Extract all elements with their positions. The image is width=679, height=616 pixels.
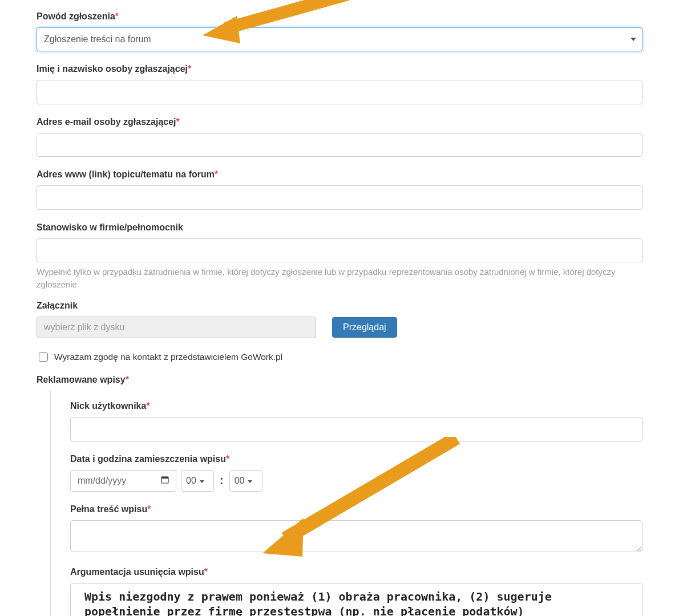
checkbox-consent[interactable] xyxy=(39,352,48,362)
input-name[interactable] xyxy=(37,80,642,104)
chevron-down-icon xyxy=(200,476,204,486)
chevron-down-icon xyxy=(248,476,252,486)
svg-rect-2 xyxy=(161,477,168,479)
label-attachment: Załącznik xyxy=(37,301,642,311)
time-colon: : xyxy=(220,474,224,487)
label-argument: Argumentacja usunięcia wpisu* xyxy=(70,567,642,577)
help-position: Wypełnić tylko w przypadku zatrudnienia … xyxy=(37,266,642,291)
select-minute[interactable]: 00 xyxy=(229,470,262,492)
select-hour[interactable]: 00 xyxy=(181,470,214,492)
label-reason: Powód zgłoszenia* xyxy=(37,11,642,22)
svg-rect-3 xyxy=(163,476,163,477)
textarea-argument[interactable] xyxy=(70,583,642,616)
svg-rect-4 xyxy=(167,476,167,477)
select-reason[interactable]: Zgłoszenie treści na forum xyxy=(37,27,642,51)
textarea-fulltext[interactable] xyxy=(70,520,642,552)
field-name: Imię i nazwisko osoby zgłaszającej* xyxy=(37,64,642,104)
label-position: Stanowisko w firmie/pełnomocnik xyxy=(37,222,642,233)
label-entries: Reklamowane wpisy* xyxy=(37,375,642,385)
label-url: Adres www (link) topicu/tematu na forum* xyxy=(37,169,642,180)
label-email: Adres e-mail osoby zgłaszającej* xyxy=(37,117,642,127)
label-name: Imię i nazwisko osoby zgłaszającej* xyxy=(37,64,642,74)
label-datetime: Data i godzina zamieszczenia wpisu* xyxy=(70,454,642,464)
label-nick: Nick użytkownika* xyxy=(70,401,642,411)
field-fulltext: Pełna treść wpisu* xyxy=(70,504,642,554)
field-reason: Powód zgłoszenia* Zgłoszenie treści na f… xyxy=(37,11,642,51)
consent-row: Wyrażam zgodę na kontakt z przedstawicie… xyxy=(37,351,642,363)
field-datetime: Data i godzina zamieszczenia wpisu* mm/d… xyxy=(70,454,642,492)
calendar-icon xyxy=(161,476,169,486)
label-consent: Wyrażam zgodę na kontakt z przedstawicie… xyxy=(54,352,282,362)
input-url[interactable] xyxy=(37,185,642,209)
section-entries: Reklamowane wpisy* Nick użytkownika* Dat… xyxy=(37,375,642,616)
input-date[interactable]: mm/dd/yyyy xyxy=(70,470,176,492)
entries-nested: Nick użytkownika* Data i godzina zamiesz… xyxy=(50,391,642,616)
input-position[interactable] xyxy=(37,238,642,262)
field-url: Adres www (link) topicu/tematu na forum* xyxy=(37,169,642,209)
label-fulltext: Pełna treść wpisu* xyxy=(70,504,642,514)
field-email: Adres e-mail osoby zgłaszającej* xyxy=(37,117,642,157)
browse-button[interactable]: Przeglądaj xyxy=(332,317,397,338)
field-nick: Nick użytkownika* xyxy=(70,401,642,441)
input-attachment-display[interactable]: wybierz plik z dysku xyxy=(37,317,316,338)
field-argument: Argumentacja usunięcia wpisu* xyxy=(70,567,642,616)
input-nick[interactable] xyxy=(70,417,642,441)
field-position: Stanowisko w firmie/pełnomocnik Wypełnić… xyxy=(37,222,642,291)
input-email[interactable] xyxy=(37,133,642,157)
field-attachment: Załącznik wybierz plik z dysku Przegląda… xyxy=(37,301,642,338)
